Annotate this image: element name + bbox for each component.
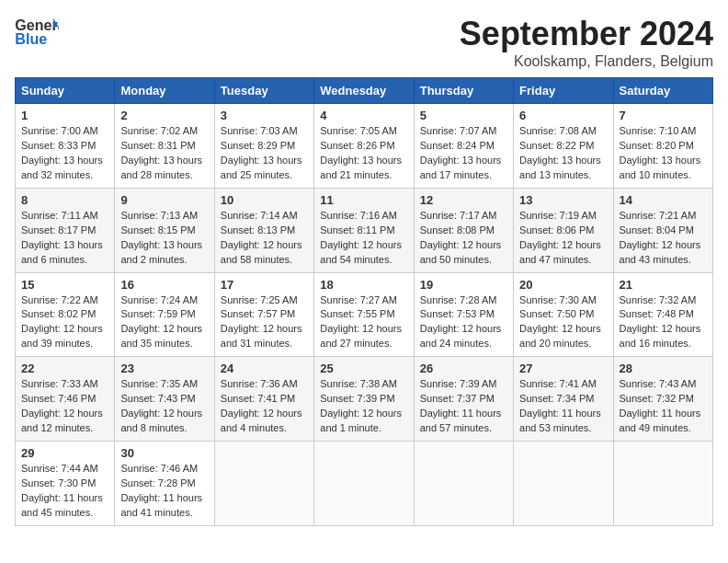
daylight-text: Daylight: 12 hours and 47 minutes. bbox=[519, 239, 601, 265]
daylight-text: Daylight: 12 hours and 50 minutes. bbox=[420, 239, 502, 265]
sunrise-text: Sunrise: 7:35 AM bbox=[120, 378, 198, 389]
day-info: Sunrise: 7:17 AM Sunset: 8:08 PM Dayligh… bbox=[420, 209, 507, 268]
day-number: 6 bbox=[519, 109, 607, 122]
daylight-text: Daylight: 12 hours and 54 minutes. bbox=[320, 239, 402, 265]
daylight-text: Daylight: 11 hours and 53 minutes. bbox=[519, 408, 601, 433]
daylight-text: Daylight: 12 hours and 43 minutes. bbox=[620, 239, 701, 265]
sunset-text: Sunset: 7:59 PM bbox=[120, 308, 195, 319]
day-info: Sunrise: 7:44 AM Sunset: 7:30 PM Dayligh… bbox=[21, 462, 108, 521]
daylight-text: Daylight: 11 hours and 57 minutes. bbox=[420, 408, 502, 433]
daylight-text: Daylight: 12 hours and 12 minutes. bbox=[21, 408, 103, 433]
day-number: 10 bbox=[221, 193, 308, 207]
daylight-text: Daylight: 12 hours and 58 minutes. bbox=[221, 239, 302, 265]
sunrise-text: Sunrise: 7:19 AM bbox=[519, 210, 597, 221]
sunset-text: Sunset: 8:17 PM bbox=[21, 224, 96, 236]
day-info: Sunrise: 7:07 AM Sunset: 8:24 PM Dayligh… bbox=[420, 124, 507, 183]
calendar-day-header: Saturday bbox=[613, 78, 712, 104]
calendar-day-header: Tuesday bbox=[214, 78, 313, 104]
calendar-cell: 6 Sunrise: 7:08 AM Sunset: 8:22 PM Dayli… bbox=[514, 104, 613, 189]
sunset-text: Sunset: 8:26 PM bbox=[320, 140, 394, 151]
calendar-week-row: 29 Sunrise: 7:44 AM Sunset: 7:30 PM Dayl… bbox=[16, 442, 713, 526]
sunrise-text: Sunrise: 7:11 AM bbox=[21, 210, 98, 221]
calendar-cell: 19 Sunrise: 7:28 AM Sunset: 7:53 PM Dayl… bbox=[414, 272, 513, 357]
daylight-text: Daylight: 11 hours and 41 minutes. bbox=[120, 492, 202, 518]
month-title: September 2024 bbox=[460, 15, 713, 53]
day-number: 25 bbox=[320, 362, 407, 375]
calendar-cell bbox=[314, 442, 414, 526]
calendar-cell: 30 Sunrise: 7:46 AM Sunset: 7:28 PM Dayl… bbox=[115, 442, 214, 526]
sunset-text: Sunset: 7:41 PM bbox=[221, 393, 295, 404]
sunrise-text: Sunrise: 7:05 AM bbox=[320, 125, 397, 136]
calendar-cell: 8 Sunrise: 7:11 AM Sunset: 8:17 PM Dayli… bbox=[16, 188, 115, 272]
daylight-text: Daylight: 13 hours and 32 minutes. bbox=[21, 155, 103, 180]
day-info: Sunrise: 7:41 AM Sunset: 7:34 PM Dayligh… bbox=[519, 377, 607, 436]
calendar-week-row: 15 Sunrise: 7:22 AM Sunset: 8:02 PM Dayl… bbox=[16, 272, 713, 357]
calendar-cell: 13 Sunrise: 7:19 AM Sunset: 8:06 PM Dayl… bbox=[514, 188, 613, 272]
calendar-cell: 25 Sunrise: 7:38 AM Sunset: 7:39 PM Dayl… bbox=[314, 357, 414, 442]
page-header: General Blue September 2024 Koolskamp, F… bbox=[15, 15, 713, 70]
day-number: 17 bbox=[221, 278, 308, 292]
daylight-text: Daylight: 13 hours and 28 minutes. bbox=[120, 155, 202, 180]
calendar-cell bbox=[414, 442, 513, 526]
day-number: 15 bbox=[21, 278, 108, 292]
calendar-day-header: Thursday bbox=[414, 78, 513, 104]
day-number: 14 bbox=[620, 193, 707, 207]
sunset-text: Sunset: 7:39 PM bbox=[320, 393, 394, 404]
day-info: Sunrise: 7:13 AM Sunset: 8:15 PM Dayligh… bbox=[120, 209, 208, 268]
day-info: Sunrise: 7:39 AM Sunset: 7:37 PM Dayligh… bbox=[420, 377, 507, 436]
daylight-text: Daylight: 13 hours and 25 minutes. bbox=[221, 155, 302, 180]
day-number: 24 bbox=[221, 362, 308, 375]
daylight-text: Daylight: 12 hours and 35 minutes. bbox=[120, 323, 202, 349]
sunrise-text: Sunrise: 7:33 AM bbox=[21, 378, 98, 389]
day-number: 11 bbox=[320, 193, 407, 207]
calendar-cell: 16 Sunrise: 7:24 AM Sunset: 7:59 PM Dayl… bbox=[115, 272, 214, 357]
sunset-text: Sunset: 7:34 PM bbox=[519, 393, 594, 404]
daylight-text: Daylight: 12 hours and 1 minute. bbox=[320, 408, 402, 433]
sunset-text: Sunset: 8:20 PM bbox=[620, 140, 694, 151]
sunset-text: Sunset: 7:46 PM bbox=[21, 393, 96, 404]
sunset-text: Sunset: 8:06 PM bbox=[519, 224, 594, 236]
day-info: Sunrise: 7:02 AM Sunset: 8:31 PM Dayligh… bbox=[120, 124, 208, 183]
day-info: Sunrise: 7:35 AM Sunset: 7:43 PM Dayligh… bbox=[120, 377, 208, 436]
day-number: 18 bbox=[320, 278, 407, 292]
daylight-text: Daylight: 12 hours and 24 minutes. bbox=[420, 323, 502, 349]
sunset-text: Sunset: 8:33 PM bbox=[21, 140, 96, 151]
sunrise-text: Sunrise: 7:30 AM bbox=[519, 294, 597, 305]
sunrise-text: Sunrise: 7:02 AM bbox=[120, 125, 198, 136]
day-number: 2 bbox=[120, 109, 208, 122]
daylight-text: Daylight: 13 hours and 10 minutes. bbox=[620, 155, 701, 180]
sunrise-text: Sunrise: 7:44 AM bbox=[21, 463, 98, 474]
daylight-text: Daylight: 11 hours and 45 minutes. bbox=[21, 492, 103, 518]
calendar-day-header: Friday bbox=[514, 78, 613, 104]
calendar-week-row: 1 Sunrise: 7:00 AM Sunset: 8:33 PM Dayli… bbox=[16, 104, 713, 189]
sunrise-text: Sunrise: 7:46 AM bbox=[120, 463, 198, 474]
calendar-cell: 20 Sunrise: 7:30 AM Sunset: 7:50 PM Dayl… bbox=[514, 272, 613, 357]
calendar-cell: 18 Sunrise: 7:27 AM Sunset: 7:55 PM Dayl… bbox=[314, 272, 414, 357]
calendar-cell: 15 Sunrise: 7:22 AM Sunset: 8:02 PM Dayl… bbox=[16, 272, 115, 357]
day-info: Sunrise: 7:28 AM Sunset: 7:53 PM Dayligh… bbox=[420, 293, 507, 352]
sunrise-text: Sunrise: 7:10 AM bbox=[620, 125, 697, 136]
calendar-cell: 7 Sunrise: 7:10 AM Sunset: 8:20 PM Dayli… bbox=[613, 104, 712, 189]
sunrise-text: Sunrise: 7:38 AM bbox=[320, 378, 397, 389]
sunrise-text: Sunrise: 7:17 AM bbox=[420, 210, 497, 221]
day-info: Sunrise: 7:32 AM Sunset: 7:48 PM Dayligh… bbox=[620, 293, 707, 352]
sunset-text: Sunset: 7:30 PM bbox=[21, 477, 96, 488]
sunrise-text: Sunrise: 7:21 AM bbox=[620, 210, 697, 221]
calendar-week-row: 22 Sunrise: 7:33 AM Sunset: 7:46 PM Dayl… bbox=[16, 357, 713, 442]
calendar-cell bbox=[613, 442, 712, 526]
sunset-text: Sunset: 8:04 PM bbox=[620, 224, 694, 236]
logo: General Blue bbox=[15, 15, 63, 48]
sunrise-text: Sunrise: 7:22 AM bbox=[21, 294, 98, 305]
location-subtitle: Koolskamp, Flanders, Belgium bbox=[460, 53, 713, 70]
day-info: Sunrise: 7:33 AM Sunset: 7:46 PM Dayligh… bbox=[21, 377, 108, 436]
calendar-day-header: Sunday bbox=[16, 78, 115, 104]
sunrise-text: Sunrise: 7:43 AM bbox=[620, 378, 697, 389]
daylight-text: Daylight: 12 hours and 8 minutes. bbox=[120, 408, 202, 433]
sunrise-text: Sunrise: 7:28 AM bbox=[420, 294, 497, 305]
sunset-text: Sunset: 8:29 PM bbox=[221, 140, 295, 151]
day-number: 19 bbox=[420, 278, 507, 292]
sunset-text: Sunset: 8:13 PM bbox=[221, 224, 295, 236]
calendar-table: SundayMondayTuesdayWednesdayThursdayFrid… bbox=[15, 77, 713, 526]
day-info: Sunrise: 7:22 AM Sunset: 8:02 PM Dayligh… bbox=[21, 293, 108, 352]
daylight-text: Daylight: 12 hours and 27 minutes. bbox=[320, 323, 402, 349]
